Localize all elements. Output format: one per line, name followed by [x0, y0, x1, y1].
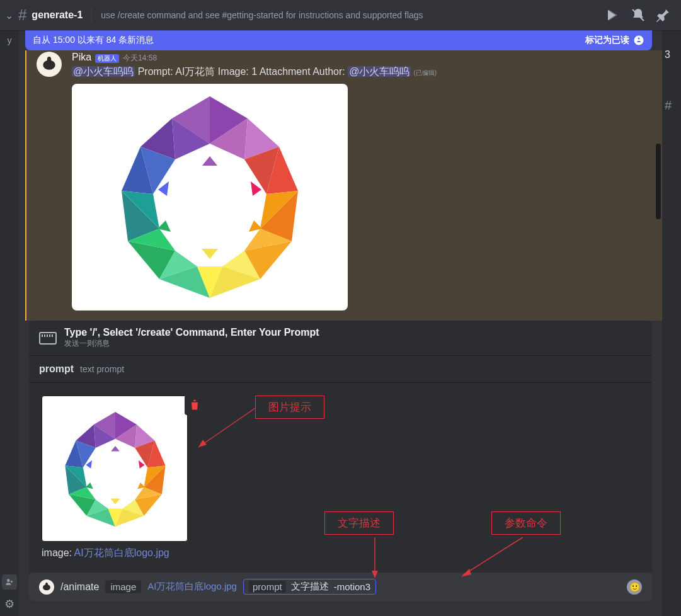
param-image-label: image	[105, 580, 141, 593]
channel-name: generate-1	[31, 9, 83, 21]
svg-point-29	[7, 579, 10, 582]
param-prompt-box[interactable]: prompt 文字描述 -motion3	[243, 579, 376, 595]
input-zone: Type '/', Select '/create' Command, Ente…	[19, 321, 662, 616]
new-messages-text: 自从 15:00 以来有 84 条新消息	[33, 35, 154, 46]
attachment-image[interactable]	[72, 84, 348, 311]
divider	[91, 8, 92, 23]
svg-point-31	[47, 57, 52, 62]
message-body: @小火车呜呜 Prompt: AI万花筒 Image: 1 Attachment…	[72, 65, 652, 79]
command-app-icon	[39, 579, 54, 595]
param-prompt-flag: -motion3	[334, 581, 370, 592]
mark-read-label: 标记为已读	[585, 35, 629, 46]
hint-subtitle: 发送一则消息	[64, 338, 319, 349]
scrollbar[interactable]	[656, 144, 661, 219]
upload-card: image: AI万花筒白底logo.jpg	[42, 396, 188, 560]
delete-attachment-button[interactable]	[185, 395, 205, 415]
param-prompt-label: prompt	[249, 581, 286, 593]
pin-icon[interactable]	[656, 8, 671, 23]
channel-header: ⌄ # generate-1 use /create command and s…	[0, 0, 681, 30]
param-image-value[interactable]: AI万花筒白底logo.jpg	[147, 581, 237, 593]
upload-thumbnail[interactable]	[42, 396, 188, 542]
svg-point-33	[45, 582, 48, 585]
hint-title: Type '/', Select '/create' Command, Ente…	[64, 327, 319, 338]
hash-icon: #	[18, 6, 26, 24]
chat-area: 自从 15:00 以来有 84 条新消息 标记为已读 Pika 机器人 今天14…	[19, 30, 662, 616]
avatar[interactable]	[37, 52, 62, 77]
message: Pika 机器人 今天14:58 @小火车呜呜 Prompt: AI万花筒 Im…	[26, 50, 662, 311]
chevron-down-icon[interactable]: ⌄	[5, 9, 13, 21]
upload-area: image: AI万花筒白底logo.jpg	[29, 383, 652, 573]
threads-icon[interactable]	[605, 8, 621, 23]
mark-read-icon	[633, 35, 644, 46]
channel-topic[interactable]: use /create command and see #getting-sta…	[101, 10, 605, 20]
right-count: 3	[665, 49, 678, 60]
upload-filename: image: AI万花筒白底logo.jpg	[42, 547, 188, 560]
edited-tag: (已编辑)	[413, 69, 437, 76]
right-sidebar: 3 #	[662, 30, 681, 616]
messages: Pika 机器人 今天14:58 @小火车呜呜 Prompt: AI万花筒 Im…	[25, 50, 662, 321]
new-messages-bar[interactable]: 自从 15:00 以来有 84 条新消息 标记为已读	[25, 30, 652, 50]
right-hash-icon: #	[665, 98, 678, 113]
param-prompt-text: 文字描述	[291, 581, 329, 593]
timestamp: 今天14:58	[123, 53, 157, 64]
bot-tag: 机器人	[95, 54, 119, 63]
add-user-icon[interactable]	[2, 574, 17, 590]
author-name[interactable]: Pika	[72, 52, 91, 63]
command-name: /animate	[60, 581, 99, 593]
prompt-label: prompt	[39, 363, 74, 375]
mention[interactable]: @小火车呜呜	[348, 66, 411, 77]
cut-text: y	[8, 35, 12, 45]
message-input[interactable]: /animate image AI万花筒白底logo.jpg prompt 文字…	[29, 573, 652, 601]
command-hint[interactable]: Type '/', Select '/create' Command, Ente…	[29, 321, 652, 356]
settings-gear-icon[interactable]: ⚙	[4, 597, 14, 611]
keyboard-icon	[39, 332, 57, 345]
emoji-picker-icon[interactable]: 🙂	[627, 579, 642, 595]
mention[interactable]: @小火车呜呜	[72, 66, 135, 77]
prompt-option[interactable]: prompt text prompt	[29, 356, 652, 383]
notifications-icon[interactable]	[631, 8, 646, 23]
left-sidebar: y ⚙	[0, 30, 19, 616]
prompt-desc: text prompt	[80, 364, 124, 374]
